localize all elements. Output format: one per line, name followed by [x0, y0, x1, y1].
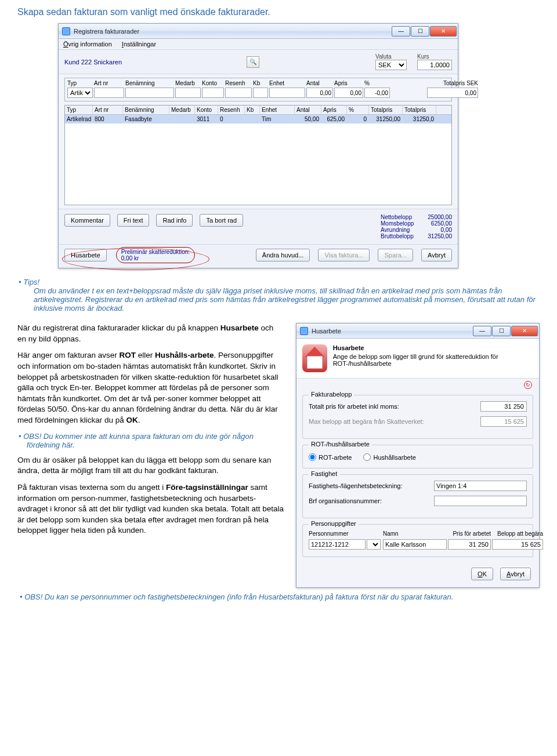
entry-row: TypArt nrBenämningMedarbKontoResenhKbEnh…: [64, 78, 452, 101]
fritext-button[interactable]: Fri text: [117, 214, 150, 227]
hus-radio[interactable]: Hushållsarbete: [363, 453, 415, 461]
person-pn-input[interactable]: [309, 539, 366, 550]
close-button[interactable]: ✕: [511, 326, 538, 336]
window-title: Registrera fakturarader: [74, 28, 139, 35]
fastighet-section: Fastighet Fastighets-/lägenhetsbetecknin…: [302, 474, 533, 518]
person-section: Personuppgifter PersonnummerNamnPris för…: [302, 524, 533, 557]
person-pris-input[interactable]: [448, 539, 491, 550]
house-icon: [302, 344, 327, 372]
rot-radio[interactable]: ROT-arbete: [309, 453, 352, 461]
ok-button[interactable]: OOKK: [471, 568, 493, 580]
obs-2: OBS! Du kan se personnummer och fastighe…: [28, 593, 540, 601]
artnr-input[interactable]: [94, 88, 124, 98]
apris-input[interactable]: [334, 88, 363, 98]
konto-input[interactable]: [202, 88, 224, 98]
table-row[interactable]: Artikelrad800Fasadbyte30110Tim50,00625,0…: [65, 115, 451, 123]
person-namn-input[interactable]: [383, 539, 447, 550]
benamning-input[interactable]: [125, 88, 174, 98]
totals-box: Nettobelopp25000,00 Momsbelopp6250,00 Av…: [381, 214, 452, 239]
resenh-input[interactable]: [225, 88, 252, 98]
menu-ovrig[interactable]: ÖÖvrig informationvrig information: [63, 41, 112, 48]
husarbete-button[interactable]: Husarbete: [64, 249, 107, 261]
maximize-button[interactable]: ☐: [411, 26, 429, 37]
kurs-label: Kurs: [417, 53, 452, 60]
pct-input[interactable]: [364, 88, 390, 98]
visa-faktura-button[interactable]: Visa faktura...: [318, 249, 370, 261]
valuta-select[interactable]: SEK: [375, 60, 407, 70]
andra-huvud-button[interactable]: Ändra huvud...: [256, 249, 310, 261]
minimize-button[interactable]: —: [473, 326, 491, 336]
intro-subtext: Ange de belopp som ligger till grund för…: [333, 353, 498, 367]
close-button[interactable]: ✕: [430, 26, 457, 37]
medarb-input[interactable]: [175, 88, 201, 98]
typ-select[interactable]: Artik: [67, 88, 93, 98]
prelim-reduction: Preliminär skattereduktion:0,00 kr: [116, 247, 195, 263]
enhet-input[interactable]: [269, 88, 305, 98]
minimize-button[interactable]: —: [392, 26, 410, 37]
husarbete-window: Husarbete — ☐ ✕ Husarbete Ange de belopp…: [296, 323, 540, 588]
invoice-window: Registrera fakturarader — ☐ ✕ ÖÖvrig inf…: [58, 23, 458, 268]
maximize-button[interactable]: ☐: [492, 326, 511, 336]
intro-heading: Skapa sedan fakturan som vanligt med öns…: [17, 7, 540, 17]
person-belopp-input[interactable]: [492, 539, 543, 550]
body-text: När du registrerat dina fakturarader kli…: [17, 323, 284, 542]
menubar: ÖÖvrig informationvrig information Instä…: [59, 39, 458, 50]
max-belopp-input[interactable]: [480, 416, 527, 427]
customer-label: Kund 222 Snickaren: [64, 59, 122, 66]
tips-label: Tips!: [27, 278, 540, 286]
fastighet-input[interactable]: [434, 481, 527, 491]
brf-input[interactable]: [434, 496, 527, 506]
tips-text: Om du använder t ex en text+beloppsrad m…: [34, 286, 540, 312]
intro-heading: Husarbete: [333, 344, 533, 351]
kommentar-button[interactable]: Kommentar: [64, 214, 110, 227]
radinfo-button[interactable]: Rad info: [156, 214, 193, 227]
search-icon[interactable]: 🔍: [247, 56, 259, 68]
avbryt-button[interactable]: Avbryt: [421, 249, 452, 261]
window2-title: Husarbete: [312, 328, 341, 335]
antal-input[interactable]: [306, 88, 333, 98]
tabort-button[interactable]: Ta bort rad: [200, 214, 243, 227]
person-select[interactable]: [367, 539, 381, 550]
menu-instal[interactable]: Inställningar: [122, 41, 156, 48]
kb-input[interactable]: [253, 88, 268, 98]
app-icon: [62, 27, 70, 35]
rows-grid: TypArt nrBenämningMedarbKontoResenhKbEnh…: [64, 105, 452, 205]
total-input[interactable]: [427, 88, 478, 98]
app-icon: [300, 327, 308, 335]
spara-button[interactable]: Spara...: [378, 249, 413, 261]
kurs-input[interactable]: [417, 60, 452, 70]
avbryt-button[interactable]: Avbryt: [500, 568, 531, 580]
rot-section: ROT-/hushållsarbete ROT-arbete Hushållsa…: [302, 445, 533, 468]
titlebar: Registrera fakturarader — ☐ ✕: [59, 24, 458, 39]
total-price-input[interactable]: [480, 401, 527, 412]
valuta-label: Valuta: [375, 53, 407, 60]
refresh-icon[interactable]: ↻: [524, 381, 532, 389]
fakturabelopp-section: Fakturabelopp Totalt pris för arbetet in…: [302, 395, 533, 439]
obs-1: OBS! Du kommer inte att kunna spara fakt…: [27, 432, 284, 449]
